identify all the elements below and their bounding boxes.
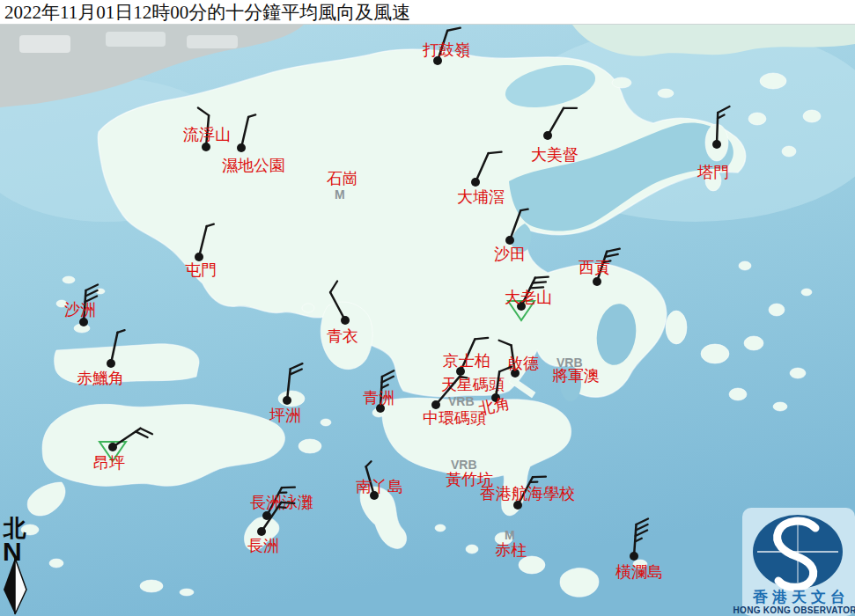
station-label: 天星碼頭 xyxy=(441,375,505,393)
station-dot xyxy=(79,318,88,326)
station-dot xyxy=(543,131,552,140)
station-dot xyxy=(505,236,514,245)
missing-data-label: M xyxy=(335,187,345,202)
hko-logo: 香港天文台 HONG KONG OBSERVATORY xyxy=(733,508,855,616)
wind-barb-feather xyxy=(475,338,488,340)
map-title: 2022年11月01日12時00分的十分鐘平均風向及風速 xyxy=(4,2,410,23)
wind-barb-feather xyxy=(533,282,546,282)
station-label: 中環碼頭 xyxy=(423,408,486,427)
peng-chau-island xyxy=(278,391,305,407)
station-label: 濕地公園 xyxy=(222,156,285,174)
station-dot xyxy=(712,140,721,149)
station-dot xyxy=(630,552,638,561)
station-label: 坪洲 xyxy=(269,406,301,424)
station-label: 沙洲 xyxy=(64,300,96,319)
station-label: 西貢 xyxy=(579,258,610,276)
logo-chinese-name: 香港天文台 xyxy=(752,588,850,605)
po-toi-island xyxy=(560,568,599,597)
station-label: 青洲 xyxy=(363,388,394,407)
hei-ling-chau-island xyxy=(299,439,321,453)
station-label: 大老山 xyxy=(505,288,552,306)
wind-barb-feather xyxy=(281,502,294,503)
station-label: 打鼓嶺 xyxy=(423,40,470,59)
station-dot xyxy=(237,143,246,152)
station-label: 屯門 xyxy=(185,260,217,279)
station-label: 昂坪 xyxy=(93,453,125,472)
station-label: 京士柏 xyxy=(443,351,490,370)
wind-barb-feather xyxy=(533,477,546,478)
station-label: 香港航海學校 xyxy=(480,484,575,502)
station-label: 大埔滘 xyxy=(457,187,505,206)
station-label: 流浮山 xyxy=(183,125,231,143)
variable-wind-label: VRB xyxy=(448,394,475,408)
compass-north-letter: N xyxy=(3,537,22,566)
kau-sai-chau-island xyxy=(666,311,687,344)
port-island xyxy=(748,113,766,125)
station-dot xyxy=(593,277,601,286)
ma-wan-island xyxy=(302,304,314,312)
high-island xyxy=(701,344,729,363)
station-label: 啟德 xyxy=(507,354,539,372)
wind-barb-feather xyxy=(460,377,467,378)
wind-barb-feather xyxy=(489,152,502,154)
wind-barb-feather xyxy=(282,488,295,488)
wind-map-page: 打鼓嶺流浮山濕地公園M石崗大美督塔門大埔滘沙田屯門西貢沙洲大老山青衣赤鱲角京士柏… xyxy=(0,0,855,616)
station-dot xyxy=(341,316,350,325)
station-label: 南丫島 xyxy=(356,477,403,495)
station-dot xyxy=(108,443,117,451)
soko-islands xyxy=(140,580,163,592)
kau-yi-chau-island xyxy=(321,419,331,426)
station-label: 青衣 xyxy=(327,326,358,345)
station-dot xyxy=(202,143,210,151)
station-label: 塔門 xyxy=(697,163,729,181)
station-label: 赤鱲角 xyxy=(77,369,124,387)
wind-barb-feather xyxy=(535,277,549,278)
hong-kong-wind-map: 打鼓嶺流浮山濕地公園M石崗大美督塔門大埔滘沙田屯門西貢沙洲大老山青衣赤鱲角京士柏… xyxy=(0,0,855,616)
station-dot xyxy=(283,396,291,405)
station-dot xyxy=(257,527,266,536)
station-label: 橫瀾島 xyxy=(615,562,663,581)
station-label: 赤柱 xyxy=(495,540,527,559)
wind-barb-feather xyxy=(278,507,285,508)
station-label: 石崗 xyxy=(327,169,358,187)
logo-english-name: HONG KONG OBSERVATORY xyxy=(733,605,855,615)
title-bar: 2022年11月01日12時00分的十分鐘平均風向及風速 xyxy=(0,0,855,25)
station-dot xyxy=(107,359,115,368)
station-label: 長洲 xyxy=(247,536,279,554)
wind-barb-feather xyxy=(520,209,527,210)
station-label: 沙田 xyxy=(494,245,526,263)
station-label: 將軍澳 xyxy=(552,366,600,385)
station-label: 大美督 xyxy=(531,145,579,164)
station-dot xyxy=(471,178,480,187)
